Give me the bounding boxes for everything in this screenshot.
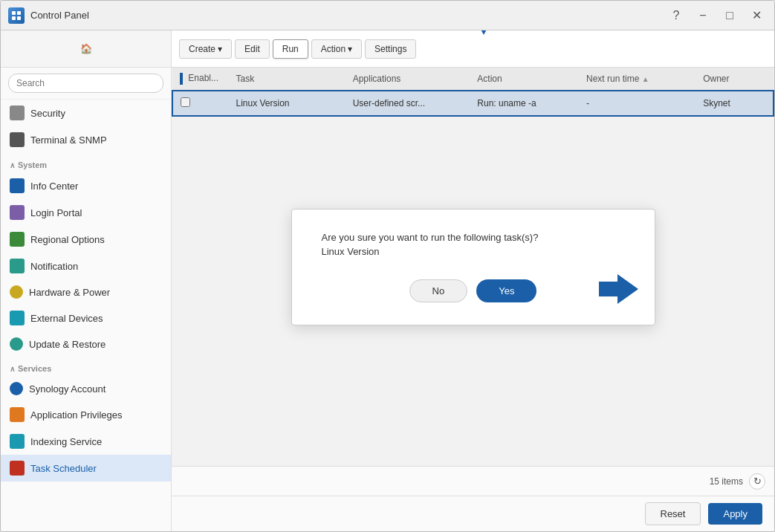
sidebar-item-update-restore[interactable]: Update & Restore: [1, 331, 171, 357]
application-privileges-icon: [10, 407, 25, 422]
arrow-indicator: [465, 30, 502, 39]
terminal-icon: [10, 132, 25, 147]
indexing-service-icon: [10, 434, 25, 449]
svg-marker-4: [473, 30, 495, 35]
yes-button[interactable]: Yes: [476, 279, 536, 302]
svg-rect-2: [12, 16, 16, 20]
notification-icon: [10, 259, 25, 273]
sidebar-item-label: Info Center: [30, 181, 78, 192]
update-restore-icon: [10, 337, 23, 351]
sidebar-item-label: Indexing Service: [30, 436, 102, 447]
sidebar-item-security[interactable]: Security: [1, 100, 171, 126]
sidebar-item-label: External Devices: [30, 313, 103, 324]
run-button[interactable]: Run: [273, 39, 308, 59]
sidebar-item-label: Synology Account: [29, 383, 106, 395]
dropdown-arrow-icon: ▾: [218, 44, 222, 54]
svg-rect-3: [17, 16, 21, 20]
sidebar-item-hardware-power[interactable]: Hardware & Power: [1, 279, 171, 305]
modal-overlay: Are you sure you want to run the followi…: [172, 68, 774, 466]
window-title: Control Panel: [30, 10, 666, 21]
maximize-button[interactable]: □: [719, 5, 740, 26]
synology-account-icon: [10, 382, 23, 395]
modal-task-name: Linux Version: [322, 246, 625, 257]
info-center-icon: [10, 178, 25, 193]
close-button[interactable]: ✕: [746, 5, 767, 26]
sidebar-item-notification[interactable]: Notification: [1, 253, 171, 279]
confirm-modal: Are you sure you want to run the followi…: [291, 209, 655, 325]
dropdown-arrow-icon: ▾: [348, 44, 352, 54]
sidebar-item-label: Security: [30, 108, 65, 119]
chevron-icon: ∧: [10, 161, 15, 169]
reset-button[interactable]: Reset: [645, 502, 701, 525]
refresh-button[interactable]: ↻: [749, 473, 765, 490]
sidebar-item-label: Update & Restore: [29, 339, 106, 350]
sidebar-item-label: Terminal & SNMP: [30, 134, 107, 146]
sidebar-item-application-privileges[interactable]: Application Privileges: [1, 401, 171, 428]
no-button[interactable]: No: [409, 279, 468, 302]
sidebar-item-label: Application Privileges: [30, 409, 123, 421]
action-button[interactable]: Action ▾: [311, 39, 362, 59]
section-services: ∧ Services: [1, 357, 171, 376]
sidebar-search-container: [1, 68, 171, 100]
chevron-icon: ∧: [10, 365, 15, 373]
modal-buttons: No Yes: [322, 279, 625, 302]
edit-button[interactable]: Edit: [235, 39, 270, 59]
items-count-area: 15 items ↻: [181, 473, 765, 490]
svg-rect-1: [17, 11, 21, 15]
apply-button[interactable]: Apply: [708, 503, 762, 525]
bottom-action-bar: Reset Apply: [172, 496, 774, 531]
search-input[interactable]: [8, 74, 163, 93]
svg-rect-0: [12, 11, 16, 15]
items-count: 15 items: [710, 476, 743, 487]
sidebar-item-login-portal[interactable]: Login Portal: [1, 199, 171, 226]
sidebar-item-task-scheduler[interactable]: Task Scheduler: [1, 455, 171, 481]
sidebar-home-button[interactable]: 🏠: [1, 30, 171, 68]
external-devices-icon: [10, 311, 25, 325]
security-icon: [10, 106, 25, 120]
content-area: Create ▾ Edit Run Action ▾ Settings: [172, 30, 774, 531]
sidebar-item-indexing-service[interactable]: Indexing Service: [1, 428, 171, 455]
sidebar-item-label: Notification: [30, 261, 78, 272]
create-button[interactable]: Create ▾: [179, 39, 232, 59]
login-portal-icon: [10, 205, 25, 220]
sidebar-item-info-center[interactable]: Info Center: [1, 172, 171, 199]
sidebar-item-label: Login Portal: [30, 207, 82, 218]
app-icon: [8, 7, 25, 24]
toolbar: Create ▾ Edit Run Action ▾ Settings: [172, 30, 774, 68]
regional-options-icon: [10, 232, 25, 247]
sidebar-item-terminal-snmp[interactable]: Terminal & SNMP: [1, 126, 171, 153]
settings-button[interactable]: Settings: [365, 39, 416, 59]
sidebar-item-label: Task Scheduler: [30, 463, 97, 474]
titlebar: Control Panel ? − □ ✕: [1, 1, 774, 30]
section-system: ∧ System: [1, 153, 171, 172]
window-controls: ? − □ ✕: [666, 5, 767, 26]
sidebar-item-label: Regional Options: [30, 234, 105, 245]
hardware-power-icon: [10, 285, 23, 299]
modal-confirm-text: Are you sure you want to run the followi…: [322, 232, 625, 243]
sidebar-item-regional-options[interactable]: Regional Options: [1, 226, 171, 253]
sidebar-item-synology-account[interactable]: Synology Account: [1, 376, 171, 401]
main-area: 🏠 Security Terminal & SNMP ∧ System: [1, 30, 774, 531]
sidebar-item-external-devices[interactable]: External Devices: [1, 305, 171, 331]
sidebar-item-label: Hardware & Power: [29, 287, 110, 298]
minimize-button[interactable]: −: [693, 5, 713, 26]
help-button[interactable]: ?: [666, 5, 687, 26]
home-icon: 🏠: [75, 38, 97, 60]
task-scheduler-icon: [10, 461, 25, 476]
task-table-container: Enabl... Task Applications Action Next r…: [172, 68, 774, 466]
footer-bar: 15 items ↻: [172, 466, 774, 496]
sidebar: 🏠 Security Terminal & SNMP ∧ System: [1, 30, 172, 531]
